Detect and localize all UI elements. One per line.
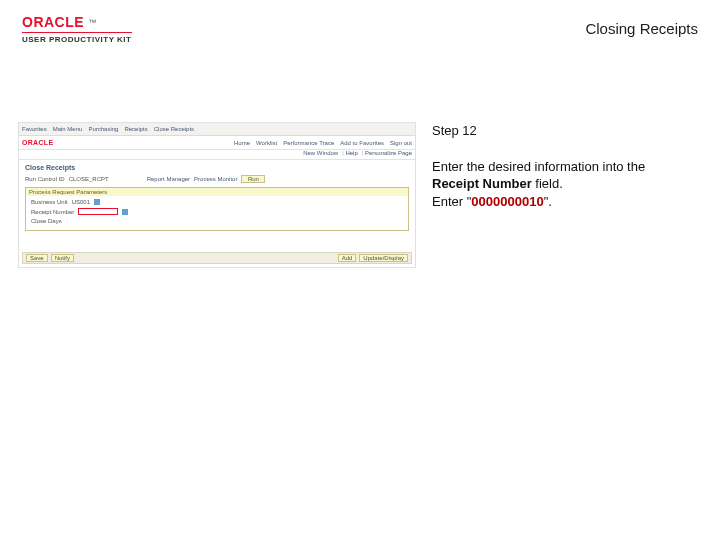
receipt-number-field-row: Receipt Number: [31, 208, 403, 215]
global-nav: Home Worklist Performance Trace Add to F…: [234, 140, 412, 146]
breadcrumb-item: Purchasing: [88, 126, 118, 132]
page-header: ORACLE™ USER PRODUCTIVITY KIT Closing Re…: [0, 0, 720, 50]
nav-link[interactable]: Performance Trace: [283, 140, 334, 146]
product-name: USER PRODUCTIVITY KIT: [22, 35, 132, 44]
step-label: Step 12: [432, 122, 692, 140]
save-button[interactable]: Save: [26, 254, 48, 262]
trademark-symbol: ™: [88, 18, 97, 27]
subnav-link[interactable]: Help: [342, 150, 358, 159]
instruction-panel: Step 12 Enter the desired information in…: [432, 122, 692, 210]
lookup-icon[interactable]: [122, 209, 128, 215]
page-title: Closing Receipts: [585, 14, 698, 37]
logo-divider: [22, 32, 132, 33]
close-days-label: Close Days: [31, 218, 62, 224]
breadcrumb-item: Receipts: [124, 126, 147, 132]
add-button[interactable]: Add: [338, 254, 357, 262]
content-row: Favorites Main Menu Purchasing Receipts …: [0, 50, 720, 268]
action-bar: Save Notify Add Update/Display: [22, 252, 412, 264]
run-control-value: CLOSE_RCPT: [69, 176, 109, 182]
business-unit-value: US001: [72, 199, 90, 205]
run-button[interactable]: Run: [241, 175, 265, 183]
report-manager-link[interactable]: Report Manager: [147, 176, 190, 182]
sub-nav-row: New Window Help Personalize Page: [19, 150, 415, 160]
run-control-line: Run Control ID CLOSE_RCPT Report Manager…: [25, 175, 409, 183]
notify-button[interactable]: Notify: [51, 254, 74, 262]
instr-part: field.: [532, 176, 563, 191]
receipt-number-label: Receipt Number: [31, 209, 74, 215]
breadcrumb-item: Main Menu: [53, 126, 83, 132]
params-panel-title: Process Request Parameters: [26, 188, 408, 196]
params-panel-body: Business Unit US001 Receipt Number Close…: [26, 196, 408, 230]
screenshot-page-heading: Close Receipts: [25, 164, 409, 171]
subnav-link[interactable]: New Window: [303, 150, 338, 159]
instr-part: ".: [544, 194, 552, 209]
lookup-icon[interactable]: [94, 199, 100, 205]
business-unit-label: Business Unit: [31, 199, 68, 205]
breadcrumb-bar: Favorites Main Menu Purchasing Receipts …: [19, 123, 415, 136]
logo-block: ORACLE™ USER PRODUCTIVITY KIT: [22, 14, 132, 44]
instruction-text: Enter the desired information into the R…: [432, 158, 692, 211]
instr-part: Enter ": [432, 194, 471, 209]
instr-part: Enter the desired information into the: [432, 159, 645, 174]
business-unit-field: Business Unit US001: [31, 199, 403, 205]
nav-link[interactable]: Sign out: [390, 140, 412, 146]
subnav-link[interactable]: Personalize Page: [362, 150, 412, 159]
instr-field-name: Receipt Number: [432, 176, 532, 191]
process-monitor-link[interactable]: Process Monitor: [194, 176, 237, 182]
nav-link[interactable]: Add to Favorites: [340, 140, 384, 146]
oracle-logo: ORACLE™: [22, 14, 132, 30]
app-screenshot: Favorites Main Menu Purchasing Receipts …: [18, 122, 416, 268]
nav-link[interactable]: Worklist: [256, 140, 277, 146]
breadcrumb-item: Favorites: [22, 126, 47, 132]
nav-link[interactable]: Home: [234, 140, 250, 146]
oracle-wordmark: ORACLE: [22, 14, 84, 30]
screenshot-body: Close Receipts Run Control ID CLOSE_RCPT…: [19, 160, 415, 235]
mini-oracle-logo: ORACLE: [22, 139, 53, 146]
run-control-label: Run Control ID: [25, 176, 65, 182]
breadcrumb-item: Close Receipts: [154, 126, 194, 132]
receipt-number-input[interactable]: [78, 208, 118, 215]
close-days-field: Close Days: [31, 218, 403, 224]
params-panel: Process Request Parameters Business Unit…: [25, 187, 409, 231]
brand-row: ORACLE Home Worklist Performance Trace A…: [19, 136, 415, 150]
update-display-button[interactable]: Update/Display: [359, 254, 408, 262]
instr-value: 0000000010: [471, 194, 543, 209]
